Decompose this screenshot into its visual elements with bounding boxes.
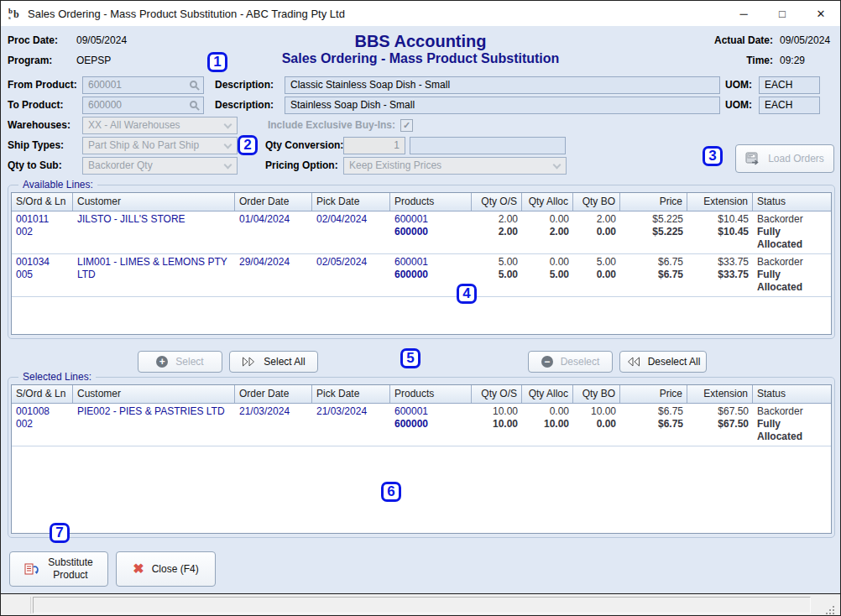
title-bar: b s b Sales Ordering - Mass Product Subs…: [1, 1, 840, 26]
qty-to-sub-dropdown[interactable]: Backorder Qty: [82, 157, 238, 175]
app-window: b s b Sales Ordering - Mass Product Subs…: [0, 0, 841, 616]
order-date: 21/03/2024: [235, 405, 312, 443]
double-arrow-left-icon: [626, 357, 640, 367]
status-badge: Backorder: [757, 213, 827, 226]
col-products[interactable]: Products: [390, 193, 472, 211]
qty-to-sub-value: Backorder Qty: [88, 159, 153, 171]
to-uom-input[interactable]: EACH: [759, 97, 820, 114]
save-disk-icon: [745, 152, 760, 166]
status-badge: Fully Allocated: [757, 269, 827, 294]
select-all-label: Select All: [264, 356, 305, 368]
search-icon[interactable]: [190, 101, 197, 108]
col-status[interactable]: Status: [753, 385, 831, 403]
col-customer[interactable]: Customer: [73, 193, 235, 211]
substitute-product-label: Substitute Product: [48, 556, 92, 582]
col-price[interactable]: Price: [620, 193, 687, 211]
svg-text:s: s: [8, 14, 11, 21]
to-product-label: To Product:: [8, 97, 63, 114]
table-row[interactable]: 001008002 PIE002 - PIES & PASTRIES LTD 2…: [12, 404, 831, 446]
sord: 001008: [16, 405, 69, 418]
deselect-all-button[interactable]: Deselect All: [619, 351, 707, 373]
minimize-button[interactable]: ─: [724, 1, 763, 26]
pick-date: 21/03/2024: [312, 405, 390, 443]
available-lines-table: S/Ord & Ln Customer Order Date Pick Date…: [11, 192, 832, 335]
selected-table-header: S/Ord & Ln Customer Order Date Pick Date…: [12, 385, 831, 404]
pricing-option-label: Pricing Option:: [265, 157, 338, 175]
from-description-input[interactable]: Classic Stainless Soap Dish - Small: [285, 76, 720, 94]
col-products[interactable]: Products: [390, 385, 472, 403]
include-exclusive-checkbox[interactable]: ✓: [400, 119, 413, 132]
include-exclusive-label: Include Exclusive Buy-Ins:: [261, 117, 395, 134]
close-button[interactable]: ✖ Close (F4): [116, 551, 216, 587]
col-qty-bo[interactable]: Qty BO: [573, 193, 620, 211]
maximize-button[interactable]: □: [763, 1, 802, 26]
col-price[interactable]: Price: [620, 385, 687, 403]
col-order-date[interactable]: Order Date: [235, 193, 312, 211]
ship-types-dropdown[interactable]: Part Ship & No Part Ship: [82, 137, 238, 154]
status-badge: Backorder: [757, 405, 827, 418]
col-qty-alloc[interactable]: Qty Alloc: [522, 385, 573, 403]
deselect-button[interactable]: − Deselect: [528, 351, 613, 373]
col-qty-alloc[interactable]: Qty Alloc: [522, 193, 573, 211]
line-no: 002: [16, 418, 69, 431]
search-icon[interactable]: [190, 81, 197, 88]
line-no: 002: [16, 226, 69, 238]
callout-4: 4: [457, 284, 477, 304]
col-customer[interactable]: Customer: [73, 385, 235, 403]
select-button[interactable]: + Select: [138, 351, 222, 373]
qty-conversion-extra-input[interactable]: [410, 137, 566, 154]
deselect-all-label: Deselect All: [648, 356, 701, 368]
customer: JILSTO - JILL'S STORE: [73, 213, 235, 251]
select-all-button[interactable]: Select All: [229, 351, 318, 373]
plus-circle-icon: +: [156, 356, 168, 368]
col-extension[interactable]: Extension: [687, 193, 753, 211]
col-order-date[interactable]: Order Date: [235, 385, 312, 403]
callout-1: 1: [207, 52, 227, 72]
order-date: 29/04/2024: [235, 256, 312, 294]
actual-date-value: 09/05/2024: [780, 32, 830, 50]
table-row[interactable]: 001011002 JILSTO - JILL'S STORE 01/04/20…: [12, 211, 831, 254]
chevron-down-icon: [224, 141, 232, 149]
col-pick-date[interactable]: Pick Date: [312, 193, 390, 211]
status-panel: [33, 597, 811, 613]
order-date: 01/04/2024: [235, 213, 312, 251]
load-orders-button[interactable]: Load Orders: [735, 144, 834, 173]
sord: 001011: [16, 213, 69, 226]
status-badge: Fully Allocated: [757, 418, 827, 443]
table-row[interactable]: 001034005 LIM001 - LIMES & LEMONS PTY LT…: [12, 254, 831, 297]
close-window-button[interactable]: ✕: [802, 1, 840, 26]
from-product-value: 600001: [88, 79, 122, 91]
from-uom-input[interactable]: EACH: [759, 76, 820, 94]
to-description-input[interactable]: Stainless Soap Dish - Small: [285, 97, 720, 114]
substitute-product-button[interactable]: Substitute Product: [9, 551, 108, 587]
select-label: Select: [175, 356, 203, 368]
from-description-label: Description:: [215, 76, 274, 94]
col-pick-date[interactable]: Pick Date: [312, 385, 390, 403]
warehouses-dropdown[interactable]: XX - All Warehouses: [82, 117, 238, 134]
callout-3: 3: [703, 146, 723, 166]
chevron-down-icon: [553, 161, 562, 170]
bbs-logo-icon: b s b: [8, 6, 23, 21]
to-product-input[interactable]: 600000: [82, 97, 204, 114]
qty-to-sub-label: Qty to Sub:: [8, 157, 62, 175]
to-description-label: Description:: [215, 97, 274, 114]
available-lines-group-label: Available Lines:: [18, 179, 97, 191]
col-qty-os[interactable]: Qty O/S: [472, 385, 522, 403]
col-status[interactable]: Status: [753, 193, 831, 211]
customer: LIM001 - LIMES & LEMONS PTY LTD: [73, 256, 235, 294]
resize-grip[interactable]: [827, 600, 837, 610]
document-swap-icon: [24, 562, 40, 577]
qty-conversion-label: Qty Conversion:: [265, 137, 343, 154]
to-uom-label: UOM:: [725, 97, 752, 114]
col-qty-bo[interactable]: Qty BO: [573, 385, 620, 403]
col-qty-os[interactable]: Qty O/S: [472, 193, 522, 211]
col-sord-ln[interactable]: S/Ord & Ln: [12, 385, 73, 403]
pricing-option-dropdown[interactable]: Keep Existing Prices: [343, 157, 567, 175]
available-table-header: S/Ord & Ln Customer Order Date Pick Date…: [12, 193, 831, 211]
qty-conversion-input[interactable]: 1: [343, 137, 405, 154]
from-product-input[interactable]: 600001: [82, 76, 204, 94]
from-uom-label: UOM:: [725, 76, 752, 94]
col-sord-ln[interactable]: S/Ord & Ln: [12, 193, 73, 211]
actual-date-label: Actual Date:: [685, 32, 773, 50]
col-extension[interactable]: Extension: [687, 385, 753, 403]
